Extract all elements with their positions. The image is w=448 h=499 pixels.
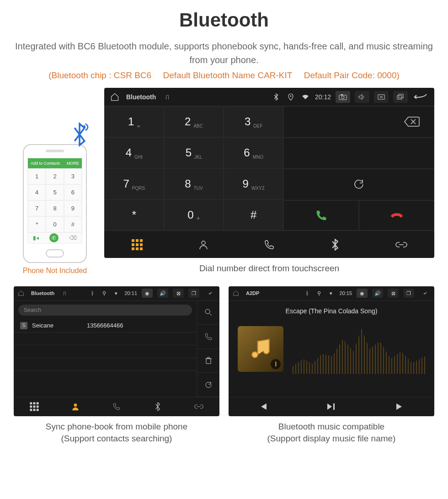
search-input[interactable]: Search: [18, 305, 192, 316]
backspace-button[interactable]: [283, 106, 434, 138]
music-unit: A2DP ᛒ ⚲ ▾ 20:15 ◉ 🔊 ⊠ ❐ ⤶ Esc: [229, 286, 434, 416]
home-icon[interactable]: [17, 290, 25, 297]
clock-text: 20:15: [339, 290, 352, 296]
contacts-side-actions: [197, 301, 219, 397]
delete-action-icon[interactable]: [197, 349, 219, 373]
usb-icon: ⎍: [162, 92, 172, 102]
key-9[interactable]: 9WXYZ: [224, 168, 283, 199]
visualizer: [293, 324, 425, 374]
key-2[interactable]: 2ABC: [164, 106, 224, 137]
contacts-statusbar: Bluetooth ⎍ ᛒ ⚲ ▾ 20:11 ◉ 🔊 ⊠ ❐ ⤶: [14, 286, 219, 301]
home-icon[interactable]: [110, 92, 120, 102]
page-title: Bluetooth: [14, 9, 434, 31]
call-icon: ✆: [49, 233, 59, 242]
key-3[interactable]: 3DEF: [224, 106, 283, 137]
back-icon[interactable]: [412, 92, 429, 102]
hangup-button[interactable]: [359, 200, 434, 231]
volume-icon[interactable]: 🔊: [372, 289, 383, 298]
contact-row[interactable]: S Seicane 13566664466: [14, 319, 197, 333]
dialer-statusbar: Bluetooth ⎍ 20:12: [104, 88, 434, 106]
dialer-bottom-nav: [104, 231, 434, 258]
home-icon[interactable]: [232, 290, 240, 297]
location-icon: [286, 92, 296, 102]
key-1[interactable]: 1∞: [104, 106, 164, 137]
svg-rect-5: [397, 96, 402, 99]
nav-contacts[interactable]: [170, 231, 236, 258]
key-0[interactable]: 0+: [164, 199, 224, 231]
phone-header-right: MORE: [67, 161, 79, 166]
dialer-caption: Dial number direct from touchscreen: [104, 263, 434, 275]
key-hash[interactable]: #: [224, 199, 283, 231]
contacts-bottom-nav: [14, 397, 219, 416]
play-pause-button[interactable]: [297, 397, 366, 416]
location-icon: ⚲: [315, 290, 323, 297]
close-app-icon[interactable]: ⊠: [388, 289, 399, 298]
svg-rect-6: [399, 94, 403, 98]
prev-button[interactable]: [229, 397, 297, 416]
back-icon[interactable]: ⤶: [419, 290, 431, 297]
location-icon: ⚲: [101, 290, 108, 297]
wifi-icon: ▾: [327, 290, 335, 297]
music-controls: [229, 397, 434, 416]
wifi-icon: ▾: [112, 290, 120, 297]
search-action-icon[interactable]: [197, 301, 219, 325]
key-7[interactable]: 7PQRS: [104, 168, 164, 199]
nav-keypad[interactable]: [104, 231, 170, 258]
nav-recent[interactable]: [96, 397, 137, 416]
volume-icon[interactable]: 🔊: [157, 289, 168, 298]
svg-point-2: [341, 96, 344, 99]
phone-label: Phone Not Included: [14, 267, 96, 275]
phone-mockup: Add to Contacts MORE 123 456 789 *0# ▮◂ …: [23, 144, 87, 263]
key-star[interactable]: *: [104, 199, 164, 231]
key-6[interactable]: 6MNO: [224, 137, 283, 168]
wifi-icon: [300, 92, 310, 102]
nav-bluetooth[interactable]: [137, 397, 178, 416]
contacts-caption: Sync phone-book from mobile phone (Suppo…: [14, 421, 219, 445]
contact-name: Seicane: [32, 322, 82, 329]
camera-icon[interactable]: ◉: [142, 289, 153, 298]
back-icon[interactable]: ⤶: [204, 290, 216, 297]
svg-point-0: [290, 95, 291, 97]
bluetooth-icon: [69, 122, 90, 147]
key-5[interactable]: 5JKL: [164, 137, 224, 168]
bluetooth-status-icon: ᛒ: [89, 290, 96, 297]
spec-chip: (Bluetooth chip : CSR BC6: [48, 70, 151, 80]
nav-link[interactable]: [178, 397, 219, 416]
spec-name: Default Bluetooth Name CAR-KIT: [163, 70, 292, 80]
call-action-icon[interactable]: [197, 325, 219, 349]
volume-icon[interactable]: [355, 91, 369, 103]
nav-recent[interactable]: [236, 231, 302, 258]
recent-apps-icon[interactable]: ❐: [188, 289, 199, 298]
close-app-icon[interactable]: [374, 91, 389, 103]
call-button[interactable]: [283, 200, 359, 231]
album-art: ᛒ: [238, 326, 283, 372]
recent-apps-icon[interactable]: [393, 91, 408, 103]
statusbar-title: Bluetooth: [126, 93, 156, 101]
camera-icon[interactable]: [336, 91, 350, 103]
music-caption: Bluetooth music compatible (Support disp…: [229, 421, 434, 445]
refresh-action-icon[interactable]: [197, 373, 219, 397]
statusbar-title: A2DP: [246, 290, 259, 296]
close-app-icon[interactable]: ⊠: [173, 289, 184, 298]
recent-apps-icon[interactable]: ❐: [403, 289, 414, 298]
next-button[interactable]: [366, 397, 434, 416]
page-description: Integrated with BC6 Bluetooth module, su…: [14, 39, 434, 67]
key-8[interactable]: 8TUV: [164, 168, 224, 199]
dialer-unit: Bluetooth ⎍ 20:12: [104, 88, 434, 258]
contact-badge: S: [20, 322, 27, 329]
spec-line: (Bluetooth chip : CSR BC6 Default Blueto…: [14, 70, 434, 80]
clock-text: 20:11: [124, 290, 137, 296]
key-4[interactable]: 4GHI: [104, 137, 164, 168]
contact-number: 13566664466: [87, 322, 123, 329]
camera-icon[interactable]: ◉: [357, 289, 368, 298]
bluetooth-status-icon: ᛒ: [304, 290, 311, 297]
backspace-icon: ⌫: [69, 235, 77, 241]
refresh-button[interactable]: [283, 169, 434, 200]
clock-text: 20:12: [315, 93, 331, 101]
svg-point-7: [202, 241, 205, 245]
nav-keypad[interactable]: [14, 397, 55, 416]
contacts-unit: Bluetooth ⎍ ᛒ ⚲ ▾ 20:11 ◉ 🔊 ⊠ ❐ ⤶: [14, 286, 219, 416]
nav-link[interactable]: [368, 231, 434, 258]
nav-bluetooth[interactable]: [302, 231, 368, 258]
nav-contacts[interactable]: [55, 397, 96, 416]
